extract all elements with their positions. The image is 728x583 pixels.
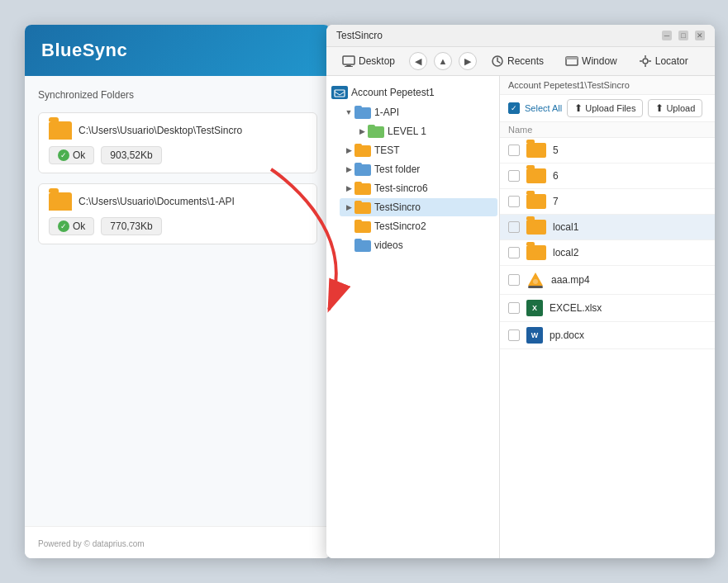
files-list: 5 6 7 [500, 138, 715, 558]
svg-rect-11 [335, 90, 345, 97]
tree-item-testfolder[interactable]: ▶ Test folder [340, 160, 497, 178]
tree-label-testsincro: TestSincro [374, 201, 421, 213]
tree-item-videos[interactable]: videos [340, 236, 497, 254]
close-button[interactable]: ✕ [695, 31, 705, 40]
bluesync-footer: Powered by © dataprius.com [25, 526, 331, 558]
tree-folder-videos [354, 239, 371, 252]
tree-toggle-test[interactable]: ▶ [343, 145, 354, 156]
bluesync-title: BlueSync [41, 40, 314, 61]
folder-icon-2 [49, 192, 72, 211]
select-all-label[interactable]: Select All [525, 103, 562, 113]
bluesync-panel: BlueSync Synchronized Folders C:\Users\U… [25, 25, 331, 558]
folder-icon-7 [526, 194, 546, 209]
desktop-button[interactable]: Desktop [335, 51, 402, 71]
folder-icon-6 [526, 168, 546, 183]
tree-item-testsincro2[interactable]: TestSincro2 [340, 217, 497, 235]
file-checkbox-6[interactable] [508, 170, 520, 182]
locator-label: Locator [655, 55, 688, 67]
sync-folders-label: Synchronized Folders [38, 89, 317, 101]
powered-by-label: Powered by © dataprius.com [38, 539, 145, 548]
file-name-local1: local1 [553, 221, 578, 233]
file-checkbox-aaamp4[interactable] [508, 274, 520, 286]
tree-label-level1: LEVEL 1 [388, 126, 426, 137]
svg-rect-2 [345, 66, 353, 67]
upload-files-button[interactable]: ⬆ Upload Files [567, 99, 643, 117]
bluesync-body: Synchronized Folders C:\Users\Usuario\De… [25, 76, 331, 526]
file-row-aaamp4[interactable]: aaa.mp4 [500, 266, 715, 295]
files-panel: Account Pepetest1\TestSincro ✓ Select Al… [500, 76, 715, 558]
file-name-aaamp4: aaa.mp4 [551, 274, 590, 286]
vlc-icon-aaamp4 [526, 271, 545, 289]
file-checkbox-excel[interactable] [508, 302, 520, 314]
status-ok-label-1: Ok [73, 149, 85, 161]
window-button[interactable]: Window [558, 51, 625, 71]
tree-toggle-testsincro6[interactable]: ▶ [343, 182, 354, 194]
tree-toggle-testfolder[interactable]: ▶ [343, 164, 354, 175]
file-name-local2: local2 [553, 247, 578, 258]
locator-icon [639, 55, 652, 68]
file-row-7[interactable]: 7 [500, 189, 715, 215]
folder-status-row-1: ✓ Ok 903,52Kb [49, 146, 307, 164]
file-size-1: 903,52Kb [101, 146, 161, 164]
testsincro-toolbar: Desktop ◀ ▲ ▶ Recents Window [326, 47, 715, 76]
folder-path-2: C:\Users\Usuario\Documents\1-API [79, 196, 235, 207]
folder-status-2: ✓ Ok [49, 217, 94, 235]
svg-point-14 [533, 279, 538, 284]
file-row-ppdocx[interactable]: W pp.docx [500, 322, 715, 349]
tree-toggle-testsincro2[interactable] [343, 220, 354, 232]
file-checkbox-5[interactable] [508, 145, 520, 156]
desktop-icon [342, 55, 355, 68]
folder-status-1: ✓ Ok [49, 146, 94, 164]
upload-files-label: Upload Files [585, 103, 635, 113]
tree-toggle-testsincro[interactable]: ▶ [343, 201, 354, 213]
tree-label-1api: 1-API [374, 107, 399, 118]
name-column-header: Name [508, 125, 532, 135]
tree-item-1api[interactable]: ▼ 1-API [340, 103, 497, 121]
folder-path-row-2: C:\Users\Usuario\Documents\1-API [49, 192, 307, 211]
tree-toggle-1api[interactable]: ▼ [343, 107, 354, 118]
file-checkbox-ppdocx[interactable] [508, 329, 520, 341]
tree-item-test[interactable]: ▶ TEST [340, 141, 497, 159]
file-row-5[interactable]: 5 [500, 138, 715, 164]
tree-label-testfolder: Test folder [374, 164, 420, 175]
file-checkbox-7[interactable] [508, 196, 520, 207]
desktop-label: Desktop [359, 55, 395, 67]
folder-status-row-2: ✓ Ok 770,73Kb [49, 217, 307, 235]
tree-folder-testsincro2 [354, 220, 371, 233]
file-row-local2[interactable]: local2 [500, 240, 715, 266]
forward-button[interactable]: ▶ [459, 52, 477, 70]
tree-item-testsincro6[interactable]: ▶ Test-sincro6 [340, 179, 497, 197]
back-button[interactable]: ◀ [409, 52, 427, 70]
tree-folder-testfolder [354, 163, 371, 176]
upload-button[interactable]: ⬆ Upload [648, 99, 702, 117]
excel-icon-excel: X [526, 300, 543, 316]
testsincro-panel: TestSincro ─ □ ✕ Desktop ◀ ▲ ▶ Re [326, 25, 715, 558]
tree-panel: Account Pepetest1 ▼ 1-API ▶ [326, 76, 500, 558]
file-row-excel[interactable]: X EXCEL.xlsx [500, 295, 715, 322]
account-icon [331, 86, 348, 99]
maximize-button[interactable]: □ [678, 31, 688, 40]
file-checkbox-local2[interactable] [508, 247, 520, 258]
file-name-7: 7 [553, 196, 559, 207]
file-row-6[interactable]: 6 [500, 164, 715, 189]
locator-button[interactable]: Locator [631, 51, 696, 71]
tree-item-level1[interactable]: ▶ LEVEL 1 [353, 122, 497, 140]
svg-rect-0 [343, 56, 354, 64]
select-all-checkbox[interactable]: ✓ [508, 102, 520, 114]
recents-button[interactable]: Recents [483, 51, 551, 71]
up-button[interactable]: ▲ [434, 52, 452, 70]
folder-path-1: C:\Users\Usuario\Desktop\TestSincro [79, 125, 242, 136]
upload-icon: ⬆ [574, 102, 583, 114]
minimize-button[interactable]: ─ [662, 31, 672, 40]
account-row[interactable]: Account Pepetest1 [326, 83, 499, 102]
file-name-5: 5 [553, 145, 559, 156]
tree-toggle-videos[interactable] [343, 239, 354, 251]
tree-toggle-level1[interactable]: ▶ [356, 126, 368, 137]
files-breadcrumb: Account Pepetest1\TestSincro [500, 76, 715, 95]
file-checkbox-local1[interactable] [508, 221, 520, 233]
file-row-local1[interactable]: local1 [500, 215, 715, 240]
account-label: Account Pepetest1 [351, 87, 435, 98]
tree-item-testsincro[interactable]: ▶ TestSincro [340, 198, 497, 216]
tree-label-testsincro6: Test-sincro6 [374, 182, 428, 194]
folder-icon-1 [49, 121, 72, 140]
